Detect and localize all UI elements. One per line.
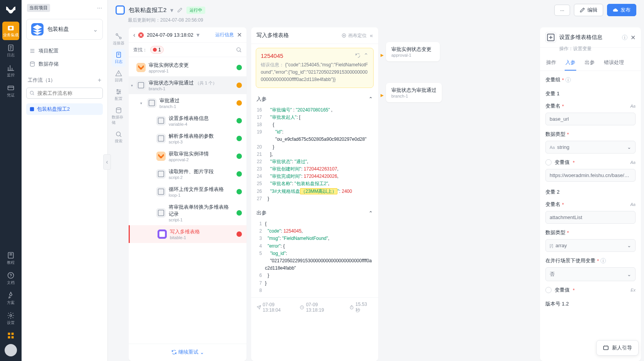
nav-integration[interactable]: 业务集成 [2, 22, 19, 40]
var1-value-input[interactable]: https://woeradmin.feishu.cn/base/FdUZbu [545, 169, 636, 182]
workflow-item[interactable]: 包装粘盘报工2 [26, 103, 103, 115]
detail-footer: 07-09 13:18:04 07-09 13:18:19 15.53 秒 [251, 297, 378, 317]
info-icon[interactable]: i [600, 258, 606, 263]
info-icon[interactable]: i [622, 35, 627, 40]
canvas-node[interactable]: 审批状态为审批通过 branch-1 [386, 83, 442, 102]
run-timestamp: 2024-07-09 13:18:02 [147, 32, 193, 38]
tool-search[interactable]: 搜索 [112, 128, 126, 146]
field-label: 数据类型 [545, 229, 565, 236]
nav-monitor[interactable]: 监控 [2, 62, 19, 80]
svg-rect-13 [30, 107, 34, 111]
edit-icon[interactable] [177, 7, 183, 13]
node-type-icon [156, 169, 166, 179]
log-node[interactable]: 获取审批实例详情approval-2 [129, 147, 247, 165]
chevron-icon[interactable]: ▾ [140, 101, 142, 105]
merge-select[interactable]: 否⌄ [545, 267, 636, 281]
canvas-node[interactable]: 审批实例状态变更 approval-1 [386, 42, 440, 61]
ticket-icon [7, 84, 15, 92]
collapse-icon[interactable]: ⌃ [364, 52, 369, 59]
collapse-button[interactable]: « [370, 32, 373, 39]
canvas[interactable]: ▸ 审批实例状态变更 approval-1 ▸ 审批状态为审批通过 branch… [381, 27, 538, 361]
nav-tutorial[interactable]: 教程 [2, 249, 19, 268]
log-node[interactable]: ▾审批通过branch-1 [129, 94, 247, 112]
tool-logs[interactable]: 日志 [112, 49, 126, 67]
in-params-code[interactable]: 16 "审批编号" : "202407080165" ,17 "审批发起人": … [251, 106, 378, 206]
add-workflow-button[interactable]: + [98, 77, 101, 84]
var1-name-input[interactable]: base_url [545, 113, 636, 125]
error-badge[interactable]: 1 [150, 46, 164, 54]
edit-button[interactable]: 编辑 [574, 4, 603, 16]
log-node[interactable]: 设置多维表格信息variable-4 [129, 112, 247, 130]
locate-button[interactable]: 画布定位 [341, 32, 367, 39]
log-node[interactable]: 审批实例状态变更approval-1 [129, 59, 247, 76]
pencil-icon [580, 7, 585, 13]
chevron-down-icon: ⌄ [93, 26, 98, 33]
tab-out-params[interactable]: 出参 [584, 55, 595, 71]
start-time: 07-09 13:18:04 [263, 302, 293, 313]
node-title: 获取审批实例详情 [169, 150, 233, 157]
var2-name-input[interactable]: attachmentList [545, 211, 636, 224]
log-node[interactable]: 写入多维表格bitable-1 [129, 225, 247, 243]
tool-connector[interactable]: 连接器 [112, 30, 126, 48]
workflow-search-input[interactable] [26, 88, 103, 99]
log-node[interactable]: 读取附件、图片字段script-2 [129, 165, 247, 183]
chevron-icon[interactable]: ▾ [131, 83, 133, 88]
close-button[interactable]: ✕ [237, 31, 242, 39]
nav-solutions[interactable]: 方案 [2, 289, 19, 308]
menu-data-storage[interactable]: 数据存储 [26, 57, 103, 71]
radio-value2[interactable] [545, 287, 552, 293]
log-node[interactable]: ▾审批状态为审批通过（共 1 个）branch-1 [129, 76, 247, 94]
info-icon[interactable]: i [565, 77, 571, 83]
var2-type-select[interactable]: [/]array⌄ [545, 239, 636, 252]
radio-value[interactable] [545, 159, 552, 165]
section-label: 入参 [257, 96, 267, 103]
out-params-header[interactable]: 出参 ⌃ [251, 206, 378, 220]
nav-docs[interactable]: 文档 [2, 269, 19, 288]
tab-error-handling[interactable]: 错误处理 [603, 55, 625, 71]
retry-button[interactable]: 继续重试 ⌄ [171, 349, 204, 356]
tool-config[interactable]: 配置 [112, 86, 126, 104]
node-title: 循环上传文件至多维表格 [169, 186, 233, 193]
var1-type-select[interactable]: Aastring⌄ [545, 141, 636, 154]
log-panel: ‹ 2024-07-09 13:18:02 ▾ 运行信息 ✕ 查找： 1 审批实… [129, 27, 247, 361]
nav-label: 方案 [7, 300, 15, 305]
project-card[interactable]: 包装粘盘 ⌄ [26, 19, 103, 40]
node-sub: script-2 [169, 175, 233, 180]
tool-storage[interactable]: 数据存储 [112, 105, 126, 128]
out-params-code[interactable]: 1{2 "code": 1254045,3 "msg": "FieldNameN… [251, 220, 378, 297]
search-button[interactable] [236, 47, 242, 53]
title-dropdown[interactable]: ▾ [170, 7, 173, 14]
menu-project-config[interactable]: 项目配置 [26, 44, 103, 57]
back-button[interactable]: ‹ [133, 32, 135, 39]
user-avatar[interactable] [5, 344, 17, 356]
run-info-link[interactable]: 运行信息 [215, 32, 234, 38]
more-button[interactable]: ··· [554, 5, 570, 16]
tool-callback[interactable]: 回调 [112, 67, 126, 85]
nav-settings[interactable]: 设置 [2, 309, 19, 328]
svg-point-18 [117, 89, 118, 91]
close-button[interactable]: ✕ [631, 34, 636, 41]
log-tree[interactable]: 审批实例状态变更approval-1▾审批状态为审批通过（共 1 个）branc… [129, 57, 247, 344]
tab-in-params[interactable]: 入参 [565, 55, 576, 71]
nav-grid[interactable] [2, 329, 19, 342]
log-node[interactable]: 解析多维表格的参数script-3 [129, 130, 247, 147]
project-more-button[interactable]: ··· [97, 5, 102, 12]
publish-button[interactable]: 发布 [607, 4, 636, 16]
svg-rect-31 [159, 231, 165, 237]
refresh-icon[interactable] [355, 53, 361, 58]
in-params-header[interactable]: 入参 ⌃ [251, 92, 378, 106]
panel-tabs: 操作 入参 出参 错误处理 [540, 55, 641, 71]
svg-point-23 [237, 48, 240, 51]
log-node[interactable]: 循环上传文件至多维表格loop-1 [129, 183, 247, 201]
main-header: 包装粘盘报工2 ▾ 运行中 ··· 编辑 发布 [108, 0, 644, 17]
onboarding-fab[interactable]: 新人引导 [596, 340, 639, 356]
log-node[interactable]: 将审批表单转换为多维表格记录script-1 [129, 201, 247, 225]
timestamp-dropdown[interactable]: ▾ [196, 31, 200, 39]
node-sub: approval-1 [391, 53, 434, 57]
tab-operation[interactable]: 操作 [545, 55, 557, 71]
collapse-handle[interactable]: ‹ [103, 154, 111, 170]
node-sub: approval-2 [169, 157, 233, 162]
nav-logs[interactable]: 日志 [2, 42, 19, 60]
tool-icon-column: 连接器 日志 回调 配置 数据存储 搜索 [111, 27, 126, 361]
nav-credentials[interactable]: 凭证 [2, 82, 19, 100]
